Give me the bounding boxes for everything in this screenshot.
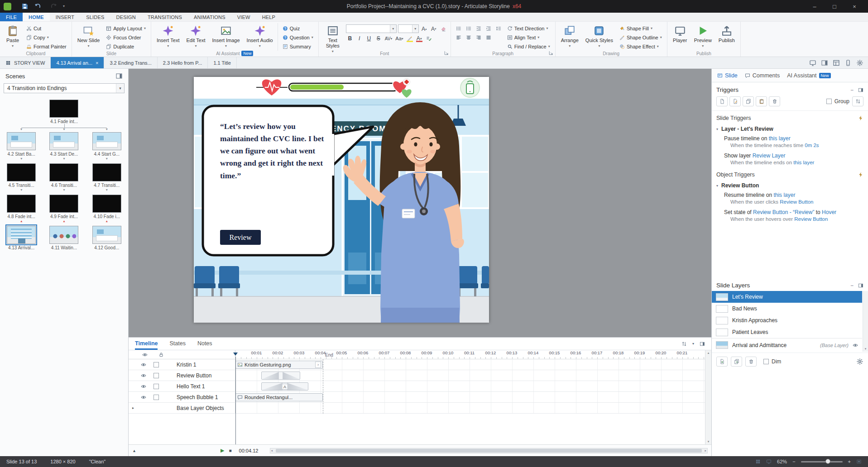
align-right-button[interactable] [474, 33, 483, 42]
scene-thumb-4-6[interactable]: 4.6 Transiti... [43, 163, 85, 188]
copy-button[interactable]: Copy▾ [24, 33, 68, 42]
base-layer-eye-icon[interactable] [853, 343, 858, 348]
strikethrough-button[interactable]: S [374, 34, 383, 43]
timeline-row-kristin[interactable]: Kristin 1 Kristin Gesturing.png › [129, 359, 705, 370]
timeline-row-base-layer-objects[interactable]: ▸ Base Layer Objects [129, 403, 705, 414]
slide-tab-3[interactable]: 2.3 Hello from P... [158, 57, 208, 68]
timeline-ruler[interactable]: 00:0100:0200:0300:0400:0500:0600:0700:08… [235, 350, 705, 359]
ai-edit-text-button[interactable]: Edit Text▾ [184, 23, 207, 50]
decrease-indent-button[interactable] [474, 24, 483, 33]
align-left-button[interactable] [454, 33, 463, 42]
bold-button[interactable]: B [346, 34, 354, 43]
font-dialog-launcher-icon[interactable] [444, 50, 449, 56]
new-trigger-button[interactable] [716, 96, 728, 106]
tab-home[interactable]: HOME [23, 13, 50, 21]
spellcheck-button[interactable] [425, 34, 433, 43]
trigger-param-link[interactable]: this layer [769, 135, 791, 142]
triggers-panel-icon[interactable] [858, 87, 863, 93]
edit-trigger-button[interactable] [729, 96, 741, 106]
lock-checkbox[interactable] [153, 373, 159, 378]
scene-thumb-4-10[interactable]: 4.10 Fade i... [86, 195, 128, 219]
timeline-row-hello-text[interactable]: Hello Text 1 A [129, 381, 705, 392]
group-checkbox[interactable] [826, 99, 832, 104]
view-mobile-icon[interactable] [844, 59, 852, 67]
expand-icon[interactable]: ▸ [129, 406, 138, 410]
reorder-triggers-button[interactable] [852, 96, 863, 106]
trigger-resume-timeline[interactable]: Resume timeline on this layer When the u… [712, 190, 868, 207]
timeline-play-button[interactable]: ▶ [221, 448, 224, 453]
scenes-panel-icon[interactable] [115, 72, 123, 80]
story-view-toggle-icon[interactable] [755, 459, 761, 464]
tab-insert[interactable]: INSERT [50, 13, 80, 21]
trigger-show-layer[interactable]: Show layer Review Layer When the timelin… [712, 150, 868, 167]
settings-gear-icon[interactable] [856, 59, 863, 67]
slide-view-toggle-icon[interactable] [766, 459, 772, 464]
line-spacing-button[interactable] [494, 24, 503, 33]
fit-to-window-icon[interactable] [856, 459, 862, 464]
text-styles-button[interactable]: Text Styles ▾ [322, 23, 344, 55]
undo-icon[interactable] [34, 3, 41, 10]
timeline-bar-hello-text[interactable]: A [261, 382, 308, 391]
eye-icon[interactable] [141, 373, 146, 378]
text-direction-button[interactable]: Text Direction▾ [505, 24, 552, 33]
layers-panel-icon[interactable] [858, 283, 863, 288]
lock-checkbox[interactable] [153, 395, 159, 400]
scene-thumb-4-2[interactable]: 4.2 Start Ba... [0, 132, 43, 157]
new-slide-button[interactable]: New Slide ▾ [75, 23, 102, 50]
trigger-param-link[interactable]: Hover [822, 209, 836, 215]
lock-checkbox[interactable] [153, 362, 159, 367]
zoom-in-icon[interactable]: + [848, 459, 851, 464]
slide-canvas[interactable]: EMERGENCY ROOM [194, 77, 489, 323]
notes-tab[interactable]: Notes [197, 338, 212, 350]
paragraph-dialog-launcher-icon[interactable] [548, 50, 554, 56]
scene-thumb-4-4[interactable]: 4.4 Start G... [86, 132, 128, 157]
quiz-button[interactable]: Quiz [281, 24, 315, 33]
align-text-button[interactable]: Align Text▾ [505, 33, 552, 42]
timeline-stop-button[interactable]: ■ [229, 448, 232, 453]
duplicate-layer-button[interactable] [731, 357, 742, 367]
tab-slides[interactable]: SLIDES [80, 13, 110, 21]
delete-trigger-button[interactable] [769, 96, 780, 106]
scene-thumb-4-12[interactable]: 4.12 Good... [86, 226, 128, 250]
zoom-out-icon[interactable]: − [792, 459, 795, 464]
arrange-button[interactable]: Arrange▾ [559, 23, 581, 50]
bullets-button[interactable] [454, 24, 463, 33]
timeline-panel-icon[interactable] [700, 341, 705, 347]
cut-button[interactable]: Cut [24, 24, 68, 33]
summary-button[interactable]: Summary [281, 42, 315, 51]
trigger-param-link[interactable]: Review Layer [753, 152, 786, 159]
timeline-row-review-button[interactable]: Review Button [129, 370, 705, 381]
tab-transitions[interactable]: TRANSITIONS [142, 13, 188, 21]
font-size-combo[interactable]: ▾ [398, 24, 419, 33]
tab-help[interactable]: HELP [256, 13, 282, 21]
numbering-button[interactable] [464, 24, 473, 33]
apply-layout-button[interactable]: Apply Layout▾ [104, 24, 148, 33]
player-button[interactable]: Player [671, 23, 690, 45]
scene-thumb-4-5[interactable]: 4.5 Transiti... [0, 163, 43, 188]
focus-order-button[interactable]: Focus Order [104, 33, 148, 42]
scene-dropdown[interactable]: 4 Transition into Endings ▾ [4, 83, 125, 93]
eye-icon[interactable] [141, 362, 146, 367]
zoom-slider-handle[interactable] [825, 459, 830, 464]
quick-styles-button[interactable]: Quick Styles▾ [583, 23, 615, 50]
shrink-font-button[interactable]: A▾ [430, 25, 438, 33]
preview-button[interactable]: Preview▾ [692, 23, 714, 50]
ai-insert-image-button[interactable]: Insert Image▾ [210, 23, 242, 50]
dim-checkbox[interactable] [763, 359, 769, 364]
publish-button[interactable]: Publish [716, 23, 737, 45]
scene-thumb-4-1[interactable]: 4.1 Fade int... [43, 100, 85, 124]
speech-text[interactable]: “Let’s review how you maintained the CVC… [220, 120, 326, 182]
minimize-button[interactable]: – [805, 0, 825, 13]
layer-row-bad-news[interactable]: Bad News [712, 303, 862, 315]
paste-trigger-button[interactable] [756, 96, 767, 106]
trigger-group-layer-lets-review[interactable]: ▾ Layer - Let's Review [712, 123, 868, 133]
format-painter-button[interactable]: Format Painter [24, 42, 68, 51]
triggers-collapse-icon[interactable]: − [850, 87, 854, 93]
shape-fill-button[interactable]: Shape Fill▾ [618, 24, 664, 33]
trigger-param-link[interactable]: this layer [793, 160, 814, 165]
trigger-param-link[interactable]: Review Button - “Review” [753, 209, 814, 215]
trigger-param-link[interactable]: 0m 2s [805, 143, 819, 148]
view-split-icon[interactable] [821, 59, 828, 67]
layer-settings-gear-icon[interactable] [856, 358, 863, 365]
scene-thumb-4-3[interactable]: 4.3 Start De... [43, 132, 85, 157]
